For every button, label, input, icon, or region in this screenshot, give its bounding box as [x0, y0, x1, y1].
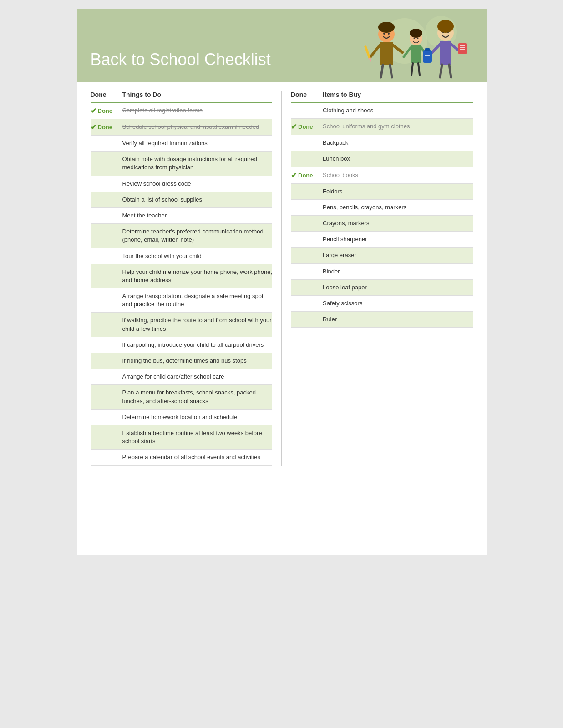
- header-illustration: [350, 14, 477, 82]
- table-row: Prepare a calendar of all school events …: [91, 450, 273, 465]
- done-badge: ✔Done: [91, 106, 113, 115]
- table-row: Meet the teacher: [91, 208, 273, 224]
- svg-point-29: [437, 20, 454, 33]
- svg-rect-13: [411, 45, 421, 63]
- svg-rect-4: [380, 42, 393, 65]
- item-text: School uniforms and gym clothes: [323, 122, 473, 131]
- right-done-header: Done: [291, 91, 323, 98]
- table-row: ✔DoneSchool books: [291, 167, 473, 184]
- table-row: Pencil sharpener: [291, 232, 473, 248]
- item-text: Large eraser: [323, 251, 473, 259]
- table-row: Pens, pencils, crayons, markers: [291, 200, 473, 216]
- table-row: Crayons, markers: [291, 216, 473, 232]
- item-text: Arrange for child care/after school care: [122, 373, 273, 381]
- table-row: Help your child memorize your home phone…: [91, 264, 273, 288]
- item-text: Obtain note with dosage instructions for…: [122, 155, 273, 172]
- table-row: Ruler: [291, 312, 473, 328]
- table-row: Plan a menu for breakfasts, school snack…: [91, 385, 273, 409]
- table-row: Safety scissors: [291, 296, 473, 312]
- table-row: Verify all required immunizations: [91, 136, 273, 152]
- item-text: Verify all required immunizations: [122, 139, 273, 147]
- done-cell: ✔Done: [291, 171, 323, 180]
- item-text: Crayons, markers: [323, 219, 473, 228]
- table-row: Tour the school with your child: [91, 248, 273, 264]
- table-row: Obtain a list of school supplies: [91, 192, 273, 208]
- left-item-header: Things to Do: [122, 91, 273, 98]
- table-row: If walking, practice the route to and fr…: [91, 313, 273, 337]
- table-row: Establish a bedtime routine at least two…: [91, 425, 273, 450]
- svg-point-19: [417, 38, 418, 39]
- item-text: Determine homework location and schedule: [122, 413, 273, 421]
- table-row: ✔DoneSchool uniforms and gym clothes: [291, 119, 473, 135]
- table-row: Lunch box: [291, 151, 473, 167]
- item-text: Help your child memorize your home phone…: [122, 268, 273, 284]
- item-text: School books: [323, 171, 473, 179]
- item-text: Complete all registration forms: [122, 106, 273, 115]
- item-text: Obtain a list of school supplies: [122, 196, 273, 204]
- svg-rect-33: [458, 43, 467, 54]
- left-section: Done Things to Do ✔DoneComplete all regi…: [91, 91, 282, 466]
- done-label: Done: [298, 172, 313, 179]
- svg-line-26: [449, 65, 451, 77]
- right-table-header: Done Items to Buy: [291, 91, 473, 103]
- done-badge: ✔Done: [91, 123, 113, 131]
- right-item-header: Items to Buy: [323, 91, 473, 98]
- table-row: Arrange transportation, designate a safe…: [91, 288, 273, 313]
- item-text: Pencil sharpener: [323, 235, 473, 243]
- svg-line-8: [390, 65, 392, 77]
- table-row: Backpack: [291, 135, 473, 151]
- svg-line-25: [440, 65, 442, 77]
- right-section: Done Items to Buy Clothing and shoes✔Don…: [282, 91, 473, 466]
- done-badge: ✔Done: [291, 122, 313, 131]
- checkmark-icon: ✔: [291, 171, 297, 180]
- table-row: ✔DoneComplete all registration forms: [91, 103, 273, 119]
- item-text: Pens, pencils, crayons, markers: [323, 203, 473, 212]
- item-text: Arrange transportation, designate a safe…: [122, 292, 273, 308]
- table-row: Large eraser: [291, 248, 473, 263]
- svg-rect-22: [440, 41, 451, 65]
- header: Back to School Checklist: [77, 9, 487, 82]
- item-text: Meet the teacher: [122, 212, 273, 220]
- left-table-header: Done Things to Do: [91, 91, 273, 103]
- done-cell: ✔Done: [91, 106, 122, 115]
- item-text: Lunch box: [323, 155, 473, 163]
- page: Back to School Checklist Done Things to …: [77, 9, 487, 555]
- checkmark-icon: ✔: [91, 106, 96, 115]
- svg-point-9: [383, 33, 385, 35]
- item-text: If riding the bus, determine times and b…: [122, 357, 273, 365]
- item-text: Tour the school with your child: [122, 252, 273, 260]
- table-row: Clothing and shoes: [291, 103, 473, 119]
- item-text: Plan a menu for breakfasts, school snack…: [122, 389, 273, 405]
- item-text: Schedule school physical and visual exam…: [122, 123, 273, 131]
- item-text: Backpack: [323, 139, 473, 147]
- done-label: Done: [298, 123, 313, 130]
- table-row: If carpooling, introduce your child to a…: [91, 337, 273, 353]
- svg-point-20: [410, 29, 422, 38]
- done-label: Done: [98, 107, 113, 114]
- checkmark-icon: ✔: [291, 122, 297, 131]
- svg-point-10: [388, 33, 390, 35]
- item-text: Safety scissors: [323, 299, 473, 308]
- svg-line-16: [411, 63, 413, 75]
- svg-line-7: [381, 65, 383, 77]
- svg-rect-31: [425, 48, 430, 51]
- item-text: If walking, practice the route to and fr…: [122, 316, 273, 333]
- left-done-header: Done: [91, 91, 122, 98]
- item-text: Review school dress code: [122, 180, 273, 188]
- item-text: Loose leaf paper: [323, 283, 473, 292]
- table-row: If riding the bus, determine times and b…: [91, 353, 273, 369]
- svg-line-5: [370, 46, 380, 57]
- item-text: Prepare a calendar of all school events …: [122, 453, 273, 461]
- table-row: Binder: [291, 264, 473, 280]
- done-cell: ✔Done: [91, 123, 122, 131]
- left-checklist: ✔DoneComplete all registration forms✔Don…: [91, 103, 273, 466]
- done-badge: ✔Done: [291, 171, 313, 180]
- svg-point-11: [378, 22, 395, 33]
- svg-rect-37: [364, 46, 370, 59]
- table-row: Obtain note with dosage instructions for…: [91, 152, 273, 176]
- item-text: Clothing and shoes: [323, 106, 473, 115]
- item-text: Establish a bedtime routine at least two…: [122, 429, 273, 445]
- done-cell: ✔Done: [291, 122, 323, 131]
- table-row: Determine homework location and schedule: [91, 410, 273, 425]
- table-row: Arrange for child care/after school care: [91, 369, 273, 385]
